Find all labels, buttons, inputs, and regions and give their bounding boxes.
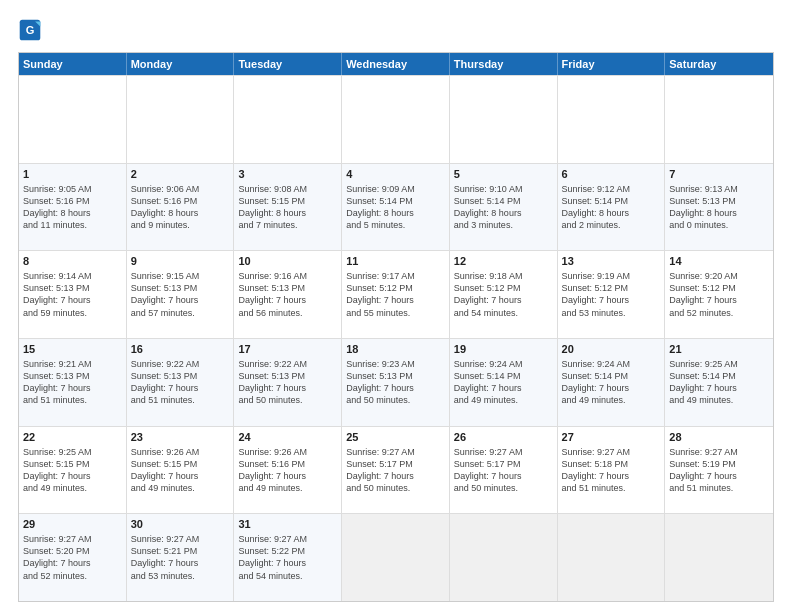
calendar-cell: 14Sunrise: 9:20 AMSunset: 5:12 PMDayligh… xyxy=(665,251,773,338)
day-number: 28 xyxy=(669,430,769,445)
day-info: Sunrise: 9:26 AMSunset: 5:16 PMDaylight:… xyxy=(238,447,307,493)
day-info: Sunrise: 9:10 AMSunset: 5:14 PMDaylight:… xyxy=(454,184,523,230)
calendar-cell: 12Sunrise: 9:18 AMSunset: 5:12 PMDayligh… xyxy=(450,251,558,338)
calendar-cell xyxy=(558,514,666,601)
day-info: Sunrise: 9:27 AMSunset: 5:22 PMDaylight:… xyxy=(238,534,307,580)
calendar-cell: 31Sunrise: 9:27 AMSunset: 5:22 PMDayligh… xyxy=(234,514,342,601)
calendar-cell: 10Sunrise: 9:16 AMSunset: 5:13 PMDayligh… xyxy=(234,251,342,338)
calendar-cell: 29Sunrise: 9:27 AMSunset: 5:20 PMDayligh… xyxy=(19,514,127,601)
calendar-cell: 4Sunrise: 9:09 AMSunset: 5:14 PMDaylight… xyxy=(342,164,450,251)
day-number: 9 xyxy=(131,254,230,269)
calendar-cell: 6Sunrise: 9:12 AMSunset: 5:14 PMDaylight… xyxy=(558,164,666,251)
calendar-cell: 16Sunrise: 9:22 AMSunset: 5:13 PMDayligh… xyxy=(127,339,235,426)
calendar-cell: 20Sunrise: 9:24 AMSunset: 5:14 PMDayligh… xyxy=(558,339,666,426)
calendar: SundayMondayTuesdayWednesdayThursdayFrid… xyxy=(18,52,774,602)
day-number: 4 xyxy=(346,167,445,182)
calendar-cell xyxy=(19,76,127,163)
day-info: Sunrise: 9:22 AMSunset: 5:13 PMDaylight:… xyxy=(131,359,200,405)
calendar-cell: 21Sunrise: 9:25 AMSunset: 5:14 PMDayligh… xyxy=(665,339,773,426)
calendar-cell xyxy=(342,514,450,601)
day-number: 8 xyxy=(23,254,122,269)
day-info: Sunrise: 9:27 AMSunset: 5:17 PMDaylight:… xyxy=(346,447,415,493)
weekday-header: Sunday xyxy=(19,53,127,75)
day-info: Sunrise: 9:17 AMSunset: 5:12 PMDaylight:… xyxy=(346,271,415,317)
day-info: Sunrise: 9:16 AMSunset: 5:13 PMDaylight:… xyxy=(238,271,307,317)
day-info: Sunrise: 9:08 AMSunset: 5:15 PMDaylight:… xyxy=(238,184,307,230)
calendar-cell xyxy=(450,76,558,163)
day-number: 15 xyxy=(23,342,122,357)
weekday-header: Tuesday xyxy=(234,53,342,75)
calendar-cell xyxy=(234,76,342,163)
day-info: Sunrise: 9:19 AMSunset: 5:12 PMDaylight:… xyxy=(562,271,631,317)
day-number: 14 xyxy=(669,254,769,269)
calendar-cell: 8Sunrise: 9:14 AMSunset: 5:13 PMDaylight… xyxy=(19,251,127,338)
day-info: Sunrise: 9:26 AMSunset: 5:15 PMDaylight:… xyxy=(131,447,200,493)
day-info: Sunrise: 9:13 AMSunset: 5:13 PMDaylight:… xyxy=(669,184,738,230)
day-info: Sunrise: 9:24 AMSunset: 5:14 PMDaylight:… xyxy=(454,359,523,405)
logo: G xyxy=(18,18,46,42)
day-info: Sunrise: 9:18 AMSunset: 5:12 PMDaylight:… xyxy=(454,271,523,317)
day-info: Sunrise: 9:22 AMSunset: 5:13 PMDaylight:… xyxy=(238,359,307,405)
page: G SundayMondayTuesdayWednesdayThursdayFr… xyxy=(0,0,792,612)
calendar-cell: 5Sunrise: 9:10 AMSunset: 5:14 PMDaylight… xyxy=(450,164,558,251)
day-number: 17 xyxy=(238,342,337,357)
day-number: 13 xyxy=(562,254,661,269)
day-info: Sunrise: 9:14 AMSunset: 5:13 PMDaylight:… xyxy=(23,271,92,317)
calendar-row: 15Sunrise: 9:21 AMSunset: 5:13 PMDayligh… xyxy=(19,338,773,426)
svg-text:G: G xyxy=(26,24,35,36)
day-info: Sunrise: 9:21 AMSunset: 5:13 PMDaylight:… xyxy=(23,359,92,405)
day-number: 7 xyxy=(669,167,769,182)
day-number: 5 xyxy=(454,167,553,182)
day-info: Sunrise: 9:20 AMSunset: 5:12 PMDaylight:… xyxy=(669,271,738,317)
calendar-cell: 28Sunrise: 9:27 AMSunset: 5:19 PMDayligh… xyxy=(665,427,773,514)
calendar-cell: 2Sunrise: 9:06 AMSunset: 5:16 PMDaylight… xyxy=(127,164,235,251)
calendar-row: 29Sunrise: 9:27 AMSunset: 5:20 PMDayligh… xyxy=(19,513,773,601)
day-number: 19 xyxy=(454,342,553,357)
calendar-cell xyxy=(450,514,558,601)
calendar-cell: 1Sunrise: 9:05 AMSunset: 5:16 PMDaylight… xyxy=(19,164,127,251)
calendar-cell: 24Sunrise: 9:26 AMSunset: 5:16 PMDayligh… xyxy=(234,427,342,514)
calendar-cell xyxy=(558,76,666,163)
day-info: Sunrise: 9:15 AMSunset: 5:13 PMDaylight:… xyxy=(131,271,200,317)
day-info: Sunrise: 9:24 AMSunset: 5:14 PMDaylight:… xyxy=(562,359,631,405)
day-info: Sunrise: 9:12 AMSunset: 5:14 PMDaylight:… xyxy=(562,184,631,230)
day-number: 31 xyxy=(238,517,337,532)
day-number: 23 xyxy=(131,430,230,445)
weekday-header: Monday xyxy=(127,53,235,75)
day-number: 12 xyxy=(454,254,553,269)
day-number: 1 xyxy=(23,167,122,182)
calendar-cell: 22Sunrise: 9:25 AMSunset: 5:15 PMDayligh… xyxy=(19,427,127,514)
calendar-body: 1Sunrise: 9:05 AMSunset: 5:16 PMDaylight… xyxy=(19,75,773,601)
day-info: Sunrise: 9:27 AMSunset: 5:20 PMDaylight:… xyxy=(23,534,92,580)
day-number: 16 xyxy=(131,342,230,357)
day-info: Sunrise: 9:27 AMSunset: 5:21 PMDaylight:… xyxy=(131,534,200,580)
calendar-cell: 11Sunrise: 9:17 AMSunset: 5:12 PMDayligh… xyxy=(342,251,450,338)
logo-icon: G xyxy=(18,18,42,42)
calendar-cell: 3Sunrise: 9:08 AMSunset: 5:15 PMDaylight… xyxy=(234,164,342,251)
day-info: Sunrise: 9:27 AMSunset: 5:19 PMDaylight:… xyxy=(669,447,738,493)
day-number: 25 xyxy=(346,430,445,445)
day-number: 21 xyxy=(669,342,769,357)
day-info: Sunrise: 9:25 AMSunset: 5:14 PMDaylight:… xyxy=(669,359,738,405)
weekday-header: Wednesday xyxy=(342,53,450,75)
day-info: Sunrise: 9:05 AMSunset: 5:16 PMDaylight:… xyxy=(23,184,92,230)
day-number: 30 xyxy=(131,517,230,532)
calendar-cell xyxy=(665,76,773,163)
calendar-header: SundayMondayTuesdayWednesdayThursdayFrid… xyxy=(19,53,773,75)
calendar-cell: 27Sunrise: 9:27 AMSunset: 5:18 PMDayligh… xyxy=(558,427,666,514)
weekday-header: Saturday xyxy=(665,53,773,75)
calendar-cell: 7Sunrise: 9:13 AMSunset: 5:13 PMDaylight… xyxy=(665,164,773,251)
day-number: 11 xyxy=(346,254,445,269)
day-number: 27 xyxy=(562,430,661,445)
calendar-cell: 19Sunrise: 9:24 AMSunset: 5:14 PMDayligh… xyxy=(450,339,558,426)
calendar-cell xyxy=(342,76,450,163)
weekday-header: Friday xyxy=(558,53,666,75)
day-info: Sunrise: 9:27 AMSunset: 5:18 PMDaylight:… xyxy=(562,447,631,493)
day-info: Sunrise: 9:09 AMSunset: 5:14 PMDaylight:… xyxy=(346,184,415,230)
weekday-header: Thursday xyxy=(450,53,558,75)
day-number: 22 xyxy=(23,430,122,445)
day-number: 20 xyxy=(562,342,661,357)
day-number: 2 xyxy=(131,167,230,182)
day-number: 10 xyxy=(238,254,337,269)
calendar-row: 8Sunrise: 9:14 AMSunset: 5:13 PMDaylight… xyxy=(19,250,773,338)
